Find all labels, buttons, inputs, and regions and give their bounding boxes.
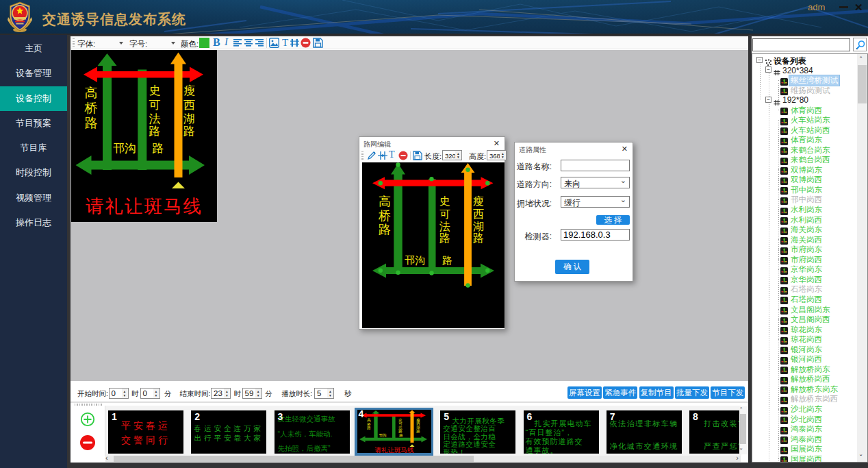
svg-text:桥: 桥 [378,209,391,223]
svg-text:湖: 湖 [183,112,195,125]
svg-text:路: 路 [439,232,450,244]
svg-text:路: 路 [367,426,371,430]
svg-text:请礼让斑马线: 请礼让斑马线 [86,196,203,217]
svg-text:请礼让斑马线: 请礼让斑马线 [374,446,414,453]
svg-text:路: 路 [442,254,452,266]
svg-text:史: 史 [149,84,161,97]
svg-text:高: 高 [85,86,98,100]
svg-text:法: 法 [439,221,450,232]
svg-text:法: 法 [149,112,161,125]
svg-text:邗沟: 邗沟 [405,254,425,266]
svg-text:邗沟: 邗沟 [379,433,386,438]
svg-text:湖: 湖 [473,221,484,232]
svg-text:可: 可 [439,208,450,220]
svg-text:路: 路 [399,433,403,437]
svg-text:瘦: 瘦 [183,84,195,97]
svg-text:路: 路 [149,125,161,138]
svg-text:西: 西 [473,208,484,220]
svg-text:西: 西 [183,99,195,112]
svg-text:路: 路 [85,116,98,130]
svg-text:路: 路 [379,223,391,236]
svg-text:高: 高 [379,195,391,208]
svg-text:路: 路 [183,125,195,138]
svg-text:可: 可 [149,99,161,112]
svg-text:路: 路 [153,142,164,155]
svg-text:史: 史 [439,195,450,207]
svg-text:瘦: 瘦 [473,195,484,207]
svg-text:路: 路 [473,232,484,244]
svg-text:路: 路 [416,429,420,433]
svg-text:邗沟: 邗沟 [113,142,136,155]
svg-text:桥: 桥 [84,101,98,115]
